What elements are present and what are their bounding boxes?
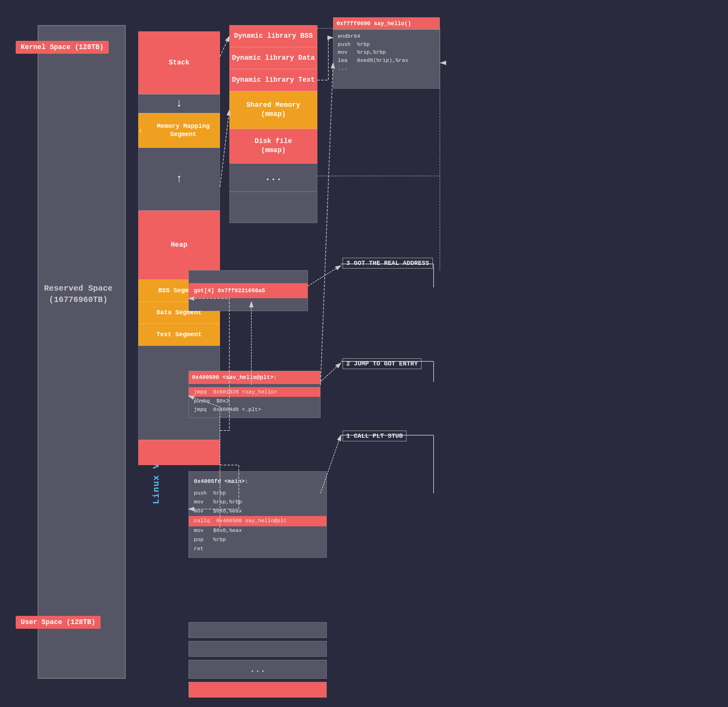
- user-space-label: User Space (128TB): [16, 616, 101, 629]
- main-line1: push %rbp: [194, 489, 321, 498]
- stack-segment: Stack: [138, 32, 220, 94]
- main-line5: mov $0x0,%eax: [194, 526, 321, 535]
- dylib-code-box: 0xffff0090 say_hello() endbr64 push %rbp…: [333, 17, 440, 89]
- detail-column: Dynamic library BSS Dynamic library Data…: [230, 25, 317, 223]
- plt-line3: jmpq 0x4004d0 <.plt>: [194, 405, 315, 414]
- annotation-call-plt: 1 CALL PLT STUB: [342, 431, 407, 441]
- lib-bss-block: Dynamic library BSS: [230, 25, 317, 47]
- main-code-box: 0x4005fd <main>: push %rbp mov %rsp,%rbp…: [189, 471, 327, 558]
- svg-line-19: [321, 63, 333, 385]
- got-header: [189, 270, 308, 283]
- detail-dots: ...: [230, 163, 317, 192]
- svg-line-8: [308, 266, 341, 286]
- lib-text-block: Dynamic library Text: [230, 69, 317, 91]
- main-memory-block: [38, 25, 126, 679]
- detail-gap: [230, 192, 317, 223]
- annotation-got-real: 3 GOT THE REAL ADDRESS: [342, 258, 433, 269]
- got-box: got[4] 0x7ff0221056a5: [189, 270, 308, 311]
- gap2: ↑: [138, 148, 220, 211]
- text-segment: Text Segment: [138, 324, 220, 346]
- gap1: ↓: [138, 94, 220, 113]
- svg-line-3: [220, 110, 230, 187]
- dylib-code-line4: lea 0xed8(%rip),%rax: [338, 56, 435, 65]
- dylib-code-line5: ...: [338, 64, 435, 72]
- svg-line-11: [321, 363, 341, 382]
- got-entry: got[4] 0x7ff0221056a5: [189, 283, 308, 298]
- main-line4-highlight: callq 0x400500 say_hello@plt: [189, 516, 326, 526]
- heap-segment: Heap: [138, 211, 220, 280]
- bottom-dots-box1: [189, 622, 327, 638]
- plt-header: 0x400500 <sav_hello@plt>:: [189, 371, 320, 384]
- main-line3: mov $0x0,%eax: [194, 507, 321, 516]
- bottom-red-box: [189, 682, 327, 698]
- kernel-space-label: Kernel Space (128TB): [16, 41, 109, 54]
- svg-line-2: [220, 36, 230, 56]
- main-line2: mov %rsp,%rbp: [194, 498, 321, 507]
- diagram-container: Linux Virtual Memroy Address Space Divis…: [0, 0, 728, 707]
- main-line7: ret: [194, 545, 321, 554]
- shared-mem-block: Shared Memory(mmap): [230, 91, 317, 129]
- disk-file-block: Disk file(mmap): [230, 129, 317, 163]
- got-footer: [189, 298, 308, 311]
- annotation-jump-got: 2 JUMP TO GOT ENTRY: [342, 358, 422, 369]
- main-code-header: 0x4005fd <main>:: [194, 476, 321, 488]
- bottom-dots-text: ...: [189, 660, 327, 679]
- plt-line2: pushq $0x2: [194, 397, 315, 405]
- reserved-space-label: Reserved Space(16776960TB): [44, 283, 113, 306]
- main-line6: pop %rbp: [194, 535, 321, 545]
- dylib-code-line1: endbr64: [338, 32, 435, 40]
- mmap-segment: ↓ Memory Mapping Segment: [138, 113, 220, 148]
- dylib-code-line3: mov %rsp,%rbp: [338, 48, 435, 56]
- bottom-dots-box2: [189, 641, 327, 657]
- dylib-code-header: 0xffff0090 say_hello(): [334, 17, 439, 30]
- plt-line1: jmpq 0x601028 <say_hello>: [189, 387, 320, 397]
- plt-box: 0x400500 <sav_hello@plt>: jmpq 0x601028 …: [189, 371, 321, 418]
- lib-data-block: Dynamic library Data: [230, 47, 317, 69]
- bottom-red: [138, 440, 220, 465]
- dylib-code-line2: push %rbp: [338, 40, 435, 49]
